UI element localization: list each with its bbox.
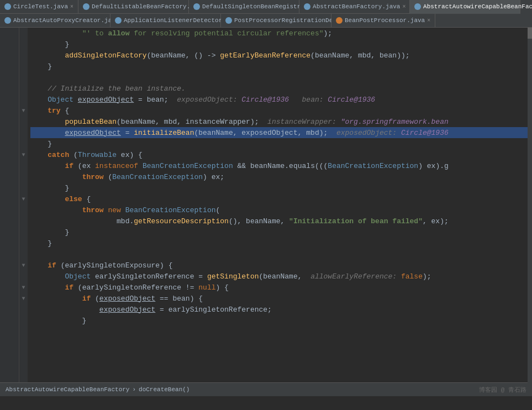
line-num-13 xyxy=(0,160,19,171)
fold-26 xyxy=(19,304,28,315)
code-line-11: } xyxy=(30,138,532,149)
fold-8: ▼ xyxy=(19,105,28,116)
line-num-8 xyxy=(0,105,19,116)
line-num-14 xyxy=(0,171,19,182)
line-num-10 xyxy=(0,127,19,138)
line-num-26 xyxy=(0,304,19,315)
tab-icon-beanpostprocessor xyxy=(336,17,343,24)
line-num-22 xyxy=(0,260,19,271)
fold-1 xyxy=(19,28,28,39)
tab-icon-postprocessor xyxy=(225,17,232,24)
line-num-27 xyxy=(0,315,19,326)
breadcrumb-class: AbstractAutowireCapableBeanFactory xyxy=(6,386,129,393)
tab-bar: CircleTest.java × DefaultListableBeanFac… xyxy=(0,0,532,28)
watermark: 博客园 @ 青石路 xyxy=(479,386,526,394)
code-line-20: } xyxy=(30,238,532,249)
line-num-25 xyxy=(0,293,19,304)
code-line-10: exposedObject = initializeBean(beanName,… xyxy=(30,127,532,138)
fold-10 xyxy=(19,127,28,138)
code-line-21 xyxy=(30,249,532,260)
code-line-27: } xyxy=(30,315,532,326)
fold-23 xyxy=(19,271,28,282)
fold-14 xyxy=(19,171,28,182)
fold-27 xyxy=(19,315,28,326)
code-line-18: mbd.getResourceDescription(), beanName, … xyxy=(30,215,532,227)
line-num-18 xyxy=(0,215,19,227)
tab-close-beanpostprocessor[interactable]: × xyxy=(427,18,430,24)
code-line-7: Object exposedObject = bean; exposedObje… xyxy=(30,94,532,105)
tab-icon-defaultlistable xyxy=(83,3,89,10)
fold-4 xyxy=(19,61,28,72)
fold-11 xyxy=(19,138,28,149)
fold-9 xyxy=(19,116,28,127)
tab-icon-abstractautoproxy xyxy=(4,17,11,24)
code-area[interactable]: ▼ ▼ ▼ ▼ ▼ ▼ "' to all xyxy=(0,28,532,382)
tab-defaultsingleton[interactable]: DefaultSingletonBeanRegistry.java × xyxy=(189,0,299,14)
tab-close-circletest[interactable]: × xyxy=(70,4,73,10)
line-num-21 xyxy=(0,249,19,260)
scrollbar-thumb[interactable] xyxy=(528,28,532,39)
code-line-8: try { xyxy=(30,105,532,116)
fold-13 xyxy=(19,160,28,171)
tab-applistener[interactable]: ApplicationListenerDetector.java × xyxy=(110,14,221,28)
code-content: "' to allow for resolving potential circ… xyxy=(28,28,532,382)
tab-icon-applistener xyxy=(115,17,122,24)
code-line-1: "' to allow for resolving potential circ… xyxy=(30,28,532,39)
fold-16: ▼ xyxy=(19,193,28,204)
tab-close-abstractbean[interactable]: × xyxy=(402,4,405,10)
tab-defaultlistable[interactable]: DefaultListableBeanFactory.java × xyxy=(78,0,189,14)
code-line-24: if (earlySingletonReference != null) { xyxy=(30,282,532,293)
line-num-16 xyxy=(0,193,19,204)
vertical-scrollbar[interactable] xyxy=(528,28,532,382)
line-num-11 xyxy=(0,138,19,149)
line-num-24 xyxy=(0,282,19,293)
line-numbers xyxy=(0,28,19,382)
line-num-2 xyxy=(0,39,19,50)
code-line-22: if (earlySingletonExposure) { xyxy=(30,260,532,271)
status-bar: AbstractAutowireCapableBeanFactory › doC… xyxy=(0,382,532,396)
line-num-17 xyxy=(0,204,19,215)
fold-12: ▼ xyxy=(19,149,28,160)
code-line-6: // Initialize the bean instance. xyxy=(30,83,532,94)
line-num-7 xyxy=(0,94,19,105)
line-num-12 xyxy=(0,149,19,160)
tab-icon-abstractbean xyxy=(304,3,310,10)
code-line-19: } xyxy=(30,227,532,238)
tab-abstractbean[interactable]: AbstractBeanFactory.java × xyxy=(299,0,410,14)
fold-24: ▼ xyxy=(19,282,28,293)
line-num-19 xyxy=(0,227,19,238)
fold-18 xyxy=(19,215,28,227)
code-line-5 xyxy=(30,72,532,83)
code-line-15: } xyxy=(30,182,532,193)
code-line-13: if (ex instanceof BeanCreationException … xyxy=(30,160,532,171)
tab-abstractautowire[interactable]: AbstractAutowireCapableBeanFactory.java … xyxy=(410,0,520,14)
breadcrumb-separator: › xyxy=(132,386,136,393)
line-num-9 xyxy=(0,116,19,127)
editor-container: ▼ ▼ ▼ ▼ ▼ ▼ "' to all xyxy=(0,28,532,396)
breadcrumb: AbstractAutowireCapableBeanFactory › doC… xyxy=(6,386,189,393)
code-line-17: throw new BeanCreationException( xyxy=(30,204,532,215)
tab-label-defaultlistable: DefaultListableBeanFactory.java xyxy=(92,3,205,10)
code-line-23: Object earlySingletonReference = getSing… xyxy=(30,271,532,282)
code-line-3: addSingletonFactory(beanName, () -> getE… xyxy=(30,50,532,61)
tab-beanpostprocessor[interactable]: BeanPostProcessor.java × xyxy=(331,14,435,28)
tab-circletest[interactable]: CircleTest.java × xyxy=(0,0,78,14)
code-line-14: throw (BeanCreationException) ex; xyxy=(30,171,532,182)
code-line-9: populateBean(beanName, mbd, instanceWrap… xyxy=(30,116,532,127)
code-line-25: if (exposedObject == bean) { xyxy=(30,293,532,304)
tab-icon-abstractautowire xyxy=(414,3,421,10)
tab-postprocessor[interactable]: PostProcessorRegistrationDelegate.java × xyxy=(221,14,331,28)
tab-label-abstractbean: AbstractBeanFactory.java xyxy=(313,3,400,10)
line-num-5 xyxy=(0,72,19,83)
tab-label-abstractautoproxy: AbstractAutoProxyCreator.java xyxy=(13,17,119,24)
code-line-26: exposedObject = earlySingletonReference; xyxy=(30,304,532,315)
code-line-16: else { xyxy=(30,193,532,204)
code-line-4: } xyxy=(30,61,532,72)
fold-19 xyxy=(19,227,28,238)
line-num-23 xyxy=(0,271,19,282)
code-line-2: } xyxy=(30,39,532,50)
line-num-20 xyxy=(0,238,19,249)
line-num-15 xyxy=(0,182,19,193)
tab-abstractautoproxy[interactable]: AbstractAutoProxyCreator.java × xyxy=(0,14,110,28)
line-num-4 xyxy=(0,61,19,72)
